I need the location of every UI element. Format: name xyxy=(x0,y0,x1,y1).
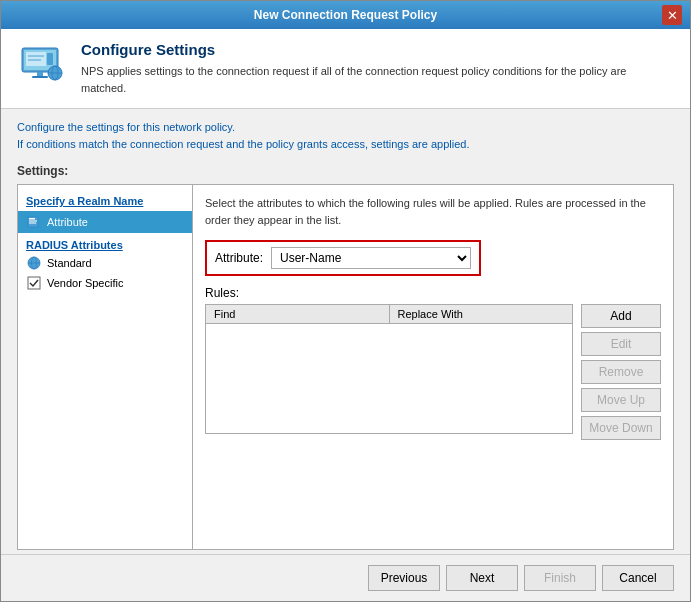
move-up-button[interactable]: Move Up xyxy=(581,388,661,412)
svg-rect-12 xyxy=(29,218,35,220)
computer-icon xyxy=(19,43,65,89)
cancel-button[interactable]: Cancel xyxy=(602,565,674,591)
window-title: New Connection Request Policy xyxy=(29,8,662,22)
rules-section: Rules: Find Replace With xyxy=(205,286,661,440)
close-button[interactable]: ✕ xyxy=(662,5,682,25)
svg-rect-5 xyxy=(47,53,53,65)
settings-label: Settings: xyxy=(17,164,674,178)
main-window: New Connection Request Policy ✕ xyxy=(0,0,691,602)
sidebar-item-vendor[interactable]: Vendor Specific xyxy=(18,273,192,293)
header-title: Configure Settings xyxy=(81,41,674,58)
attribute-icon xyxy=(26,214,42,230)
col-replace: Replace With xyxy=(389,305,572,324)
rules-table-container: Find Replace With xyxy=(205,304,573,434)
header-icon xyxy=(17,41,67,91)
attribute-select[interactable]: User-Name Called-Station-Id Calling-Stat… xyxy=(271,247,471,269)
previous-button[interactable]: Previous xyxy=(368,565,440,591)
col-find: Find xyxy=(206,305,389,324)
info-line2: If conditions match the connection reque… xyxy=(17,138,470,150)
attribute-row: Attribute: User-Name Called-Station-Id C… xyxy=(205,240,481,276)
body-section: Configure the settings for this network … xyxy=(1,109,690,554)
move-down-button[interactable]: Move Down xyxy=(581,416,661,440)
svg-rect-18 xyxy=(28,277,40,289)
right-panel-description: Select the attributes to which the follo… xyxy=(205,195,661,228)
svg-rect-2 xyxy=(26,52,46,66)
rules-buttons: Add Edit Remove Move Up Move Down xyxy=(581,304,661,440)
add-button[interactable]: Add xyxy=(581,304,661,328)
attribute-label: Attribute: xyxy=(215,251,263,265)
rules-content: Find Replace With Add Edit xyxy=(205,304,661,440)
right-panel: Select the attributes to which the follo… xyxy=(193,185,673,549)
header-text: Configure Settings NPS applies settings … xyxy=(81,41,674,96)
sidebar-item-vendor-label: Vendor Specific xyxy=(47,277,123,289)
rules-label: Rules: xyxy=(205,286,661,300)
svg-rect-14 xyxy=(29,223,36,224)
info-line1: Configure the settings for this network … xyxy=(17,121,235,133)
globe-icon xyxy=(26,255,42,271)
svg-rect-7 xyxy=(32,76,48,78)
header-description: NPS applies settings to the connection r… xyxy=(81,63,674,96)
footer: Previous Next Finish Cancel xyxy=(1,554,690,601)
remove-button[interactable]: Remove xyxy=(581,360,661,384)
title-bar: New Connection Request Policy ✕ xyxy=(1,1,690,29)
next-button[interactable]: Next xyxy=(446,565,518,591)
sidebar-section-radius[interactable]: RADIUS Attributes xyxy=(18,233,192,253)
edit-button[interactable]: Edit xyxy=(581,332,661,356)
finish-button[interactable]: Finish xyxy=(524,565,596,591)
sidebar-item-attribute[interactable]: Attribute xyxy=(18,211,192,233)
info-text: Configure the settings for this network … xyxy=(17,119,674,152)
rules-table: Find Replace With xyxy=(206,305,572,324)
sidebar-item-standard[interactable]: Standard xyxy=(18,253,192,273)
main-content: Specify a Realm Name Attribute RADIUS At… xyxy=(17,184,674,550)
svg-rect-13 xyxy=(29,221,37,222)
header-section: Configure Settings NPS applies settings … xyxy=(1,29,690,109)
checkbox-icon xyxy=(26,275,42,291)
sidebar-section-realm[interactable]: Specify a Realm Name xyxy=(18,191,192,211)
sidebar: Specify a Realm Name Attribute RADIUS At… xyxy=(18,185,193,549)
sidebar-item-standard-label: Standard xyxy=(47,257,92,269)
sidebar-item-attribute-label: Attribute xyxy=(47,216,88,228)
